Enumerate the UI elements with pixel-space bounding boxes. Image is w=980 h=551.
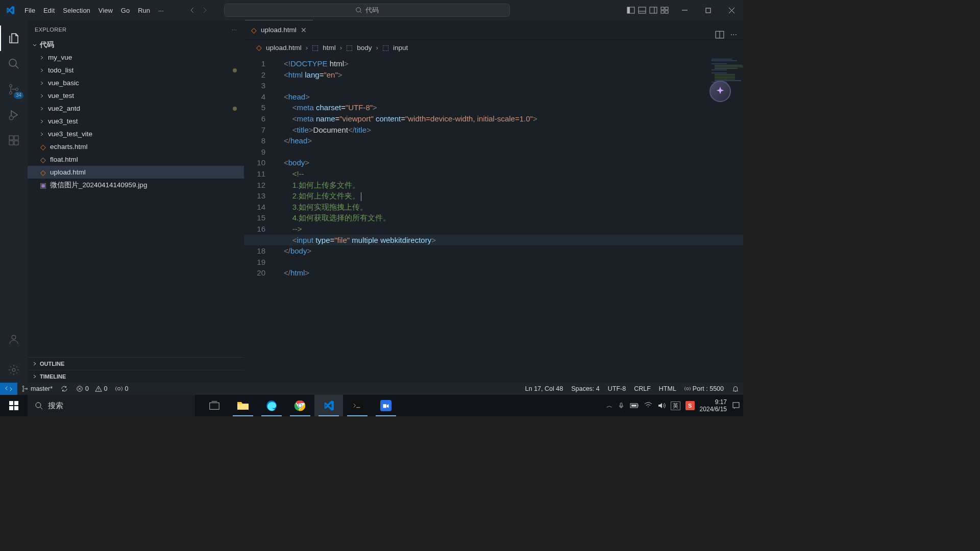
ime-indicator[interactable]: 英: [671, 402, 680, 410]
svg-rect-3: [639, 7, 646, 13]
crumb-html[interactable]: html: [323, 44, 336, 52]
item-label: vue3_test: [48, 117, 78, 125]
layout-controls: [627, 6, 673, 14]
folder-item[interactable]: vue_basic: [28, 77, 244, 89]
indent[interactable]: Spaces: 4: [567, 385, 604, 392]
split-editor-icon[interactable]: [715, 30, 724, 39]
breadcrumbs[interactable]: ◇ upload.html › ⬚html › ⬚body › ⬚input: [244, 40, 743, 55]
svg-point-13: [16, 88, 18, 91]
task-view-icon[interactable]: [200, 395, 229, 416]
volume-icon[interactable]: [657, 402, 666, 409]
copilot-overlay-icon[interactable]: [709, 81, 731, 102]
language-mode[interactable]: HTML: [655, 385, 680, 392]
settings-icon[interactable]: [0, 357, 28, 383]
svg-rect-30: [9, 406, 13, 410]
timeline-section[interactable]: TIMELINE: [28, 370, 244, 383]
folder-item[interactable]: vue2_antd: [28, 102, 244, 115]
tray-chevron-icon[interactable]: ︿: [606, 402, 612, 410]
menu-go[interactable]: Go: [117, 7, 134, 14]
debug-icon[interactable]: [0, 102, 28, 128]
notifications-icon[interactable]: [728, 385, 743, 392]
clock[interactable]: 9:172024/6/15: [700, 398, 727, 413]
svg-rect-31: [14, 406, 18, 410]
file-item[interactable]: ▣微信图片_20240414140959.jpg: [28, 179, 244, 191]
nav-back-icon[interactable]: [188, 6, 197, 14]
search-activity-icon[interactable]: [0, 51, 28, 77]
live-server[interactable]: Port : 5500: [680, 385, 728, 392]
explorer-icon[interactable]: [0, 26, 28, 51]
folder-item[interactable]: vue_test: [28, 89, 244, 102]
ports[interactable]: 0: [111, 385, 132, 392]
start-button[interactable]: [0, 395, 28, 416]
vscode-app-icon[interactable]: [314, 395, 343, 416]
svg-rect-7: [661, 11, 664, 13]
workspace-root[interactable]: 代码: [28, 39, 244, 51]
crumb-input[interactable]: input: [393, 44, 408, 52]
terminal-icon[interactable]: [343, 395, 372, 416]
crumb-body[interactable]: body: [357, 44, 372, 52]
account-icon[interactable]: [0, 327, 28, 352]
folder-item[interactable]: vue3_test_vite: [28, 128, 244, 140]
svg-rect-33: [210, 403, 219, 410]
outline-section[interactable]: OUTLINE: [28, 357, 244, 370]
layout-sidebar-right-icon[interactable]: [649, 6, 657, 14]
tab-label: upload.html: [261, 26, 297, 34]
tab-upload-html[interactable]: ◇ upload.html ✕: [245, 20, 313, 39]
file-item[interactable]: ◇echarts.html: [28, 140, 244, 153]
system-tray: ︿ 英 S 9:172024/6/15: [606, 398, 743, 413]
chrome-icon[interactable]: [286, 395, 314, 416]
svg-rect-18: [14, 136, 18, 140]
menu-view[interactable]: View: [94, 7, 117, 14]
code-lines[interactable]: <!DOCTYPE html><html lang="en"><head> <m…: [284, 58, 713, 279]
cursor-position[interactable]: Ln 17, Col 48: [521, 385, 567, 392]
meeting-app-icon[interactable]: [372, 395, 400, 416]
minimize-button[interactable]: [673, 0, 696, 20]
file-item[interactable]: ◇float.html: [28, 153, 244, 166]
svg-point-37: [299, 404, 302, 407]
workspace-root-label: 代码: [40, 40, 54, 49]
editor-more-icon[interactable]: ···: [730, 30, 737, 39]
problems[interactable]: 0 0: [72, 385, 111, 392]
layout-sidebar-left-icon[interactable]: [627, 6, 635, 14]
eol[interactable]: CRLF: [630, 385, 655, 392]
maximize-button[interactable]: [696, 0, 720, 20]
battery-icon[interactable]: [630, 403, 639, 409]
file-explorer-icon[interactable]: [229, 395, 257, 416]
notification-center-icon[interactable]: [732, 402, 740, 410]
explorer-more-icon[interactable]: ···: [232, 27, 237, 33]
file-item[interactable]: ◇upload.html: [28, 166, 244, 179]
folder-item[interactable]: vue3_test: [28, 115, 244, 128]
mic-icon[interactable]: [618, 402, 625, 409]
menu-more-icon[interactable]: ···: [154, 7, 168, 14]
remote-button[interactable]: [0, 383, 17, 395]
tab-close-icon[interactable]: ✕: [301, 26, 307, 34]
close-button[interactable]: [720, 0, 743, 20]
menu-selection[interactable]: Selection: [59, 7, 94, 14]
taskbar-search[interactable]: 搜索: [28, 395, 195, 416]
scm-icon[interactable]: 34: [0, 77, 28, 102]
menu-edit[interactable]: Edit: [39, 7, 59, 14]
edge-icon[interactable]: [257, 395, 286, 416]
crumb-file[interactable]: upload.html: [266, 44, 302, 52]
layout-customize-icon[interactable]: [660, 6, 669, 14]
menu-run[interactable]: Run: [134, 7, 154, 14]
sync-button[interactable]: [57, 385, 72, 392]
menu-file[interactable]: File: [20, 7, 39, 14]
git-branch[interactable]: master*: [17, 385, 57, 392]
svg-rect-16: [9, 141, 13, 145]
item-label: 微信图片_20240414140959.jpg: [50, 181, 147, 190]
line-gutter: 1234567891011121314151617181920: [244, 58, 277, 279]
folder-item[interactable]: todo_list: [28, 64, 244, 77]
folder-item[interactable]: my_vue: [28, 51, 244, 64]
item-label: vue_basic: [48, 79, 79, 87]
layout-panel-icon[interactable]: [638, 6, 646, 14]
command-center[interactable]: 代码: [224, 4, 510, 17]
menu-bar: File Edit Selection View Go Run ···: [20, 7, 168, 14]
extensions-icon[interactable]: [0, 128, 28, 153]
nav-forward-icon[interactable]: [201, 6, 209, 14]
sogou-icon[interactable]: S: [685, 401, 695, 410]
code-editor[interactable]: 1234567891011121314151617181920 <!DOCTYP…: [244, 55, 743, 383]
explorer-sidebar: EXPLORER ··· 代码 my_vuetodo_listvue_basic…: [28, 20, 244, 383]
wifi-icon[interactable]: [644, 402, 652, 409]
encoding[interactable]: UTF-8: [604, 385, 630, 392]
